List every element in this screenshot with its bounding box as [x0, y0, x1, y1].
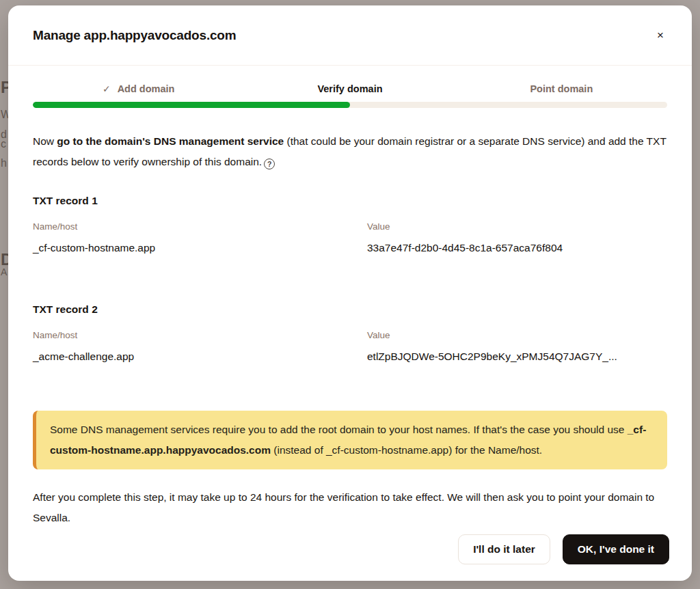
txt-record-1-title: TXT record 1 — [33, 195, 667, 207]
txt-record-2-values: _acme-challenge.app etlZpBJQDWe-5OHC2P9b… — [33, 351, 667, 363]
step-add-domain[interactable]: ✓ Add domain — [33, 83, 244, 94]
txt-record-1-value: 33a7e47f-d2b0-4d45-8c1a-657aca76f804 — [367, 242, 667, 254]
value-label: Value — [367, 330, 667, 340]
txt-record-1-labels: Name/host Value — [33, 221, 667, 232]
modal-header: Manage app.happyavocados.com × — [8, 5, 692, 66]
txt-record-2-labels: Name/host Value — [33, 330, 667, 340]
dns-root-domain-warning: Some DNS management services require you… — [33, 411, 667, 469]
step-verify-domain[interactable]: Verify domain — [244, 83, 455, 94]
txt-record-2: TXT record 2 Name/host Value _acme-chall… — [33, 303, 667, 363]
txt-record-1-values: _cf-custom-hostname.app 33a7e47f-d2b0-4d… — [33, 242, 667, 254]
name-host-label: Name/host — [33, 221, 367, 232]
name-host-label: Name/host — [33, 330, 367, 340]
step-label: Point domain — [530, 83, 593, 94]
step-label: Add domain — [118, 83, 175, 94]
value-label: Value — [367, 221, 667, 232]
ok-done-button[interactable]: OK, I've done it — [563, 534, 669, 564]
txt-record-2-name: _acme-challenge.app — [33, 351, 367, 363]
step-label: Verify domain — [317, 83, 382, 94]
modal-body: ✓ Add domain Verify domain Point domain … — [8, 66, 692, 534]
warning-part1: Some DNS management services require you… — [50, 424, 628, 435]
txt-record-2-title: TXT record 2 — [33, 303, 667, 316]
backdrop-text-fragment: c — [1, 139, 6, 150]
wizard-stepper: ✓ Add domain Verify domain Point domain — [33, 83, 667, 94]
help-icon[interactable]: ? — [264, 159, 275, 169]
check-icon: ✓ — [103, 83, 111, 94]
step-point-domain[interactable]: Point domain — [456, 83, 667, 94]
do-it-later-button[interactable]: I'll do it later — [458, 534, 550, 564]
txt-record-2-value: etlZpBJQDWe-5OHC2P9beKy_xPMJ54Q7JAG7Y_..… — [367, 351, 667, 363]
txt-record-1: TXT record 1 Name/host Value _cf-custom-… — [33, 195, 667, 254]
intro-prefix: Now — [33, 135, 57, 147]
warning-part2: (instead of _cf-custom-hostname.app) for… — [271, 444, 542, 456]
progress-bar-fill — [33, 102, 350, 108]
intro-paragraph: Now go to the domain's DNS management se… — [33, 131, 667, 172]
backdrop-text-fragment: h — [1, 158, 7, 169]
manage-domain-modal: Manage app.happyavocados.com × ✓ Add dom… — [8, 5, 692, 581]
backdrop-text-fragment: A — [1, 267, 7, 277]
modal-title: Manage app.happyavocados.com — [33, 28, 236, 43]
progress-bar — [33, 102, 667, 108]
close-icon[interactable]: × — [648, 23, 673, 48]
txt-record-1-name: _cf-custom-hostname.app — [33, 242, 367, 254]
verification-time-note: After you complete this step, it may tak… — [33, 487, 667, 528]
intro-bold: go to the domain's DNS management servic… — [57, 135, 284, 147]
modal-actions: I'll do it later OK, I've done it — [8, 534, 692, 581]
